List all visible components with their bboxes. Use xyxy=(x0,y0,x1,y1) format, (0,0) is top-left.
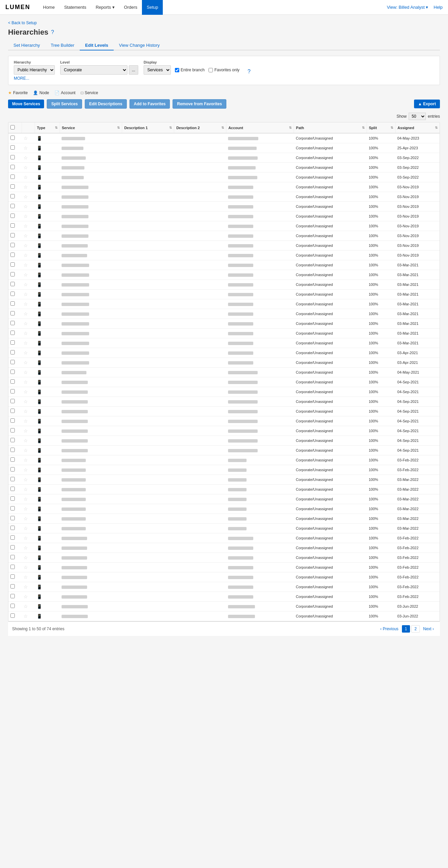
row-star-12[interactable]: ☆ xyxy=(24,253,28,258)
account-sort-icon[interactable]: ⇅ xyxy=(289,126,292,129)
tab-set-hierarchy[interactable]: Set Hierarchy xyxy=(8,41,46,51)
assigned-sort-icon[interactable]: ⇅ xyxy=(435,126,438,129)
row-checkbox-45[interactable] xyxy=(10,575,15,579)
remove-from-favorites-button[interactable]: Remove from Favorites xyxy=(173,99,226,108)
nav-setup[interactable]: Setup xyxy=(142,0,163,15)
row-star-16[interactable]: ☆ xyxy=(24,291,28,297)
row-star-7[interactable]: ☆ xyxy=(24,204,28,209)
row-checkbox-14[interactable] xyxy=(10,272,15,276)
nav-statements[interactable]: Statements xyxy=(60,0,91,15)
back-link[interactable]: Back to Setup xyxy=(8,21,37,25)
favorites-only-label[interactable]: Favorites only xyxy=(209,68,239,72)
row-checkbox-16[interactable] xyxy=(10,291,15,296)
row-star-28[interactable]: ☆ xyxy=(24,409,28,414)
row-star-44[interactable]: ☆ xyxy=(24,565,28,570)
move-services-button[interactable]: Move Services xyxy=(8,99,44,108)
row-checkbox-7[interactable] xyxy=(10,204,15,208)
row-star-43[interactable]: ☆ xyxy=(24,555,28,560)
row-checkbox-18[interactable] xyxy=(10,311,15,315)
display-select[interactable]: Services xyxy=(144,65,171,75)
split-sort-icon[interactable]: ⇅ xyxy=(390,126,393,129)
row-checkbox-40[interactable] xyxy=(10,526,15,530)
row-star-23[interactable]: ☆ xyxy=(24,360,28,365)
row-checkbox-19[interactable] xyxy=(10,321,15,325)
row-checkbox-29[interactable] xyxy=(10,418,15,423)
hierarchy-select[interactable]: Public Hierarchy xyxy=(14,65,55,75)
help-link[interactable]: Help xyxy=(434,5,443,10)
row-checkbox-13[interactable] xyxy=(10,262,15,267)
row-star-41[interactable]: ☆ xyxy=(24,535,28,541)
row-star-48[interactable]: ☆ xyxy=(24,604,28,609)
select-all-checkbox[interactable] xyxy=(10,125,15,129)
row-checkbox-38[interactable] xyxy=(10,506,15,510)
row-star-17[interactable]: ☆ xyxy=(24,301,28,307)
row-star-32[interactable]: ☆ xyxy=(24,447,28,453)
row-star-14[interactable]: ☆ xyxy=(24,272,28,277)
row-checkbox-3[interactable] xyxy=(10,165,15,169)
edit-descriptions-button[interactable]: Edit Descriptions xyxy=(85,99,127,108)
tab-tree-builder[interactable]: Tree Builder xyxy=(46,41,80,51)
row-star-45[interactable]: ☆ xyxy=(24,575,28,580)
ellipsis-button[interactable]: ... xyxy=(129,65,138,75)
level-select[interactable]: Corporate xyxy=(60,65,127,75)
page-1-button[interactable]: 1 xyxy=(402,625,410,632)
row-checkbox-22[interactable] xyxy=(10,350,15,354)
row-star-49[interactable]: ☆ xyxy=(24,613,28,619)
row-checkbox-26[interactable] xyxy=(10,389,15,394)
add-to-favorites-button[interactable]: Add to Favorites xyxy=(129,99,170,108)
row-star-29[interactable]: ☆ xyxy=(24,418,28,424)
row-star-13[interactable]: ☆ xyxy=(24,262,28,268)
row-checkbox-5[interactable] xyxy=(10,184,15,189)
row-checkbox-4[interactable] xyxy=(10,175,15,179)
row-checkbox-30[interactable] xyxy=(10,428,15,433)
row-checkbox-42[interactable] xyxy=(10,545,15,550)
row-checkbox-15[interactable] xyxy=(10,282,15,286)
tab-view-change-history[interactable]: View Change History xyxy=(114,41,165,51)
row-checkbox-8[interactable] xyxy=(10,214,15,218)
row-star-10[interactable]: ☆ xyxy=(24,233,28,239)
row-star-42[interactable]: ☆ xyxy=(24,545,28,551)
desc1-sort-icon[interactable]: ⇅ xyxy=(169,126,172,129)
row-star-9[interactable]: ☆ xyxy=(24,223,28,229)
export-button[interactable]: ▲ Export xyxy=(414,99,440,108)
row-checkbox-43[interactable] xyxy=(10,555,15,559)
row-checkbox-33[interactable] xyxy=(10,457,15,462)
row-checkbox-11[interactable] xyxy=(10,243,15,247)
row-star-34[interactable]: ☆ xyxy=(24,467,28,472)
row-star-27[interactable]: ☆ xyxy=(24,399,28,404)
row-star-11[interactable]: ☆ xyxy=(24,243,28,248)
page-2-button[interactable]: 2 xyxy=(411,625,420,632)
nav-home[interactable]: Home xyxy=(38,0,60,15)
row-star-40[interactable]: ☆ xyxy=(24,526,28,531)
row-star-21[interactable]: ☆ xyxy=(24,340,28,346)
entire-branch-checkbox[interactable] xyxy=(175,68,179,72)
row-star-8[interactable]: ☆ xyxy=(24,214,28,219)
row-checkbox-28[interactable] xyxy=(10,409,15,413)
previous-button[interactable]: Previous xyxy=(378,625,400,632)
row-checkbox-34[interactable] xyxy=(10,467,15,471)
row-star-15[interactable]: ☆ xyxy=(24,282,28,287)
row-star-37[interactable]: ☆ xyxy=(24,496,28,502)
filter-help-icon[interactable]: ? xyxy=(247,69,250,75)
row-star-20[interactable]: ☆ xyxy=(24,331,28,336)
entire-branch-label[interactable]: Entire branch xyxy=(175,68,205,72)
row-star-0[interactable]: ☆ xyxy=(24,135,28,141)
row-star-36[interactable]: ☆ xyxy=(24,487,28,492)
row-star-35[interactable]: ☆ xyxy=(24,477,28,482)
row-star-2[interactable]: ☆ xyxy=(24,155,28,160)
row-star-3[interactable]: ☆ xyxy=(24,165,28,170)
row-star-31[interactable]: ☆ xyxy=(24,438,28,443)
row-star-22[interactable]: ☆ xyxy=(24,350,28,355)
service-sort-icon[interactable]: ⇅ xyxy=(117,126,120,129)
row-star-38[interactable]: ☆ xyxy=(24,506,28,512)
row-star-6[interactable]: ☆ xyxy=(24,194,28,199)
row-checkbox-17[interactable] xyxy=(10,301,15,306)
row-checkbox-12[interactable] xyxy=(10,253,15,257)
row-star-47[interactable]: ☆ xyxy=(24,594,28,599)
row-checkbox-2[interactable] xyxy=(10,155,15,159)
row-checkbox-27[interactable] xyxy=(10,399,15,403)
row-star-18[interactable]: ☆ xyxy=(24,311,28,316)
type-sort-icon[interactable]: ⇅ xyxy=(55,126,58,129)
row-checkbox-1[interactable] xyxy=(10,145,15,150)
row-star-46[interactable]: ☆ xyxy=(24,584,28,590)
